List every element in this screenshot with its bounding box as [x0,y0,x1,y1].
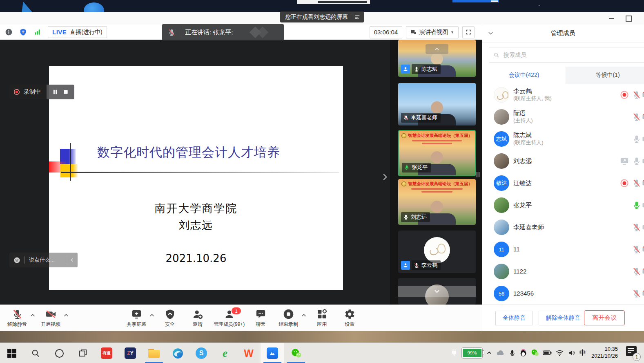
tab-waiting[interactable]: 等候中(1) [566,67,644,84]
tray-ime[interactable]: 中 [579,349,586,357]
tray-cloud[interactable] [496,349,505,356]
camera-muted-icon[interactable] [642,289,644,298]
member-row[interactable]: 11 11 [482,238,644,260]
mic-muted-icon[interactable] [632,267,641,276]
maximize-button[interactable] [622,12,635,25]
tray-volume[interactable] [568,349,576,356]
mic-active-icon[interactable] [632,201,641,210]
mute-all-button[interactable]: 全体静音 [495,311,533,325]
chevron-left-icon[interactable] [69,258,74,262]
toolbar-unmute[interactable]: 解除静音 [3,307,31,329]
list-menu-icon[interactable] [354,14,361,20]
member-row[interactable]: 56 123456 [482,282,644,305]
tab-in-meeting[interactable]: 会议中(422) [482,67,566,84]
video-thumbnail[interactable]: 李云鹤 [398,231,476,273]
view-mode-dropdown[interactable]: 演讲者视图 ▼ [406,26,459,38]
member-row[interactable]: 阮语(主持人) [482,106,644,128]
camera-muted-icon[interactable] [642,90,644,99]
taskbar-app-zy[interactable]: ZY [118,343,142,363]
toolbar-settings[interactable]: 设置 [336,307,363,329]
taskbar-app-wechat[interactable] [284,343,308,363]
taskbar-app-meeting[interactable] [261,343,284,363]
member-row[interactable]: 李延喜老师 [482,216,644,238]
chat-quick-input[interactable]: 说点什么... [9,253,78,267]
camera-muted-icon[interactable] [642,267,644,276]
tray-wifi[interactable] [555,350,564,356]
unmute-all-button[interactable]: 解除全体静音 [539,311,588,325]
taskbar-app-s-browser[interactable]: S [189,343,213,363]
member-row[interactable]: 张龙平 [482,194,644,216]
taskbar-app-youdao[interactable]: 有道 [95,343,118,363]
member-row[interactable]: 李云鹤(联席主持人, 我) [482,84,644,106]
video-thumbnail[interactable]: 智慧会计发展高端论坛（第五届） 刘志远 [398,179,476,225]
member-row[interactable]: 志斌 陈志斌(联席主持人) [482,128,644,150]
toolbar-start-video[interactable]: 开启视频 [37,307,65,329]
toolbar-share-screen[interactable]: 共享屏幕 [123,307,150,329]
video-thumbnail[interactable]: 智慧会计发展高端论坛（第五届） 张龙平 [398,130,476,176]
toolbar-stop-record[interactable]: 结束录制 [274,307,302,329]
tray-qq[interactable] [519,349,527,357]
filmstrip-resize-handle[interactable] [477,172,479,177]
chevron-up-icon[interactable] [29,312,36,318]
chevron-up-icon[interactable] [149,312,155,318]
tray-plug[interactable] [450,348,458,357]
camera-muted-icon[interactable] [642,179,644,188]
toolbar-chat[interactable]: 聊天 [247,307,274,329]
member-search[interactable] [489,47,644,63]
toolbar-security[interactable]: 安全 [156,307,184,329]
mic-muted-icon[interactable] [632,90,641,99]
taskbar-app-search[interactable] [24,343,47,363]
emoji-icon[interactable] [13,257,20,264]
mic-muted-icon[interactable] [632,245,641,254]
member-row[interactable]: 1122 [482,260,644,282]
taskbar-app-edge[interactable] [166,343,189,363]
camera-muted-icon[interactable] [642,245,644,254]
tray-mic[interactable] [509,349,516,357]
taskbar-app-wps[interactable]: W [237,343,261,363]
minimize-button[interactable] [605,12,617,25]
search-input[interactable] [503,51,644,58]
camera-on-icon[interactable] [642,223,644,232]
toolbar-apps[interactable]: 应用 [308,307,336,329]
member-row[interactable]: 敏达 汪敏达 [482,172,644,194]
mic-muted-icon[interactable] [632,112,641,121]
tray-chevron-up[interactable] [486,350,492,356]
camera-on-icon[interactable] [642,157,644,166]
tray-battery[interactable]: 99% [462,348,482,358]
close-button[interactable]: ✕ [640,12,644,25]
taskbar-app-cortana[interactable] [47,343,71,363]
member-row[interactable]: 刘志远 [482,150,644,172]
pause-recording-button[interactable] [52,89,58,95]
mic-muted-icon[interactable] [632,179,641,188]
notification-center[interactable]: 1 [624,345,641,361]
taskbar-app-explorer[interactable] [142,343,166,363]
camera-on-icon[interactable] [642,201,644,210]
taskbar-app-ie[interactable]: e [213,343,237,363]
video-thumbnail[interactable] [398,278,476,305]
chevron-up-icon[interactable] [301,312,307,318]
network-quality-icon[interactable] [33,28,41,36]
taskbar-app-start[interactable] [0,343,24,363]
mic-on-icon[interactable] [632,157,641,166]
mic-muted-icon[interactable] [632,223,641,232]
filmstrip-expand-button[interactable] [398,286,476,297]
mic-on-icon[interactable] [632,134,641,143]
leave-meeting-button[interactable]: 离开会议 [584,310,625,325]
taskbar-clock[interactable]: 10:35 2021/10/26 [591,346,618,360]
mic-muted-icon[interactable] [632,289,641,298]
info-icon[interactable] [5,28,13,36]
filmstrip-collapse-button[interactable] [426,44,448,54]
next-slide-chevron[interactable] [380,170,390,184]
security-shield-icon[interactable] [19,28,27,36]
camera-on-icon[interactable] [642,134,644,143]
tray-wechat-tray[interactable] [531,349,539,357]
chevron-up-icon[interactable] [63,312,69,318]
toolbar-invite[interactable]: 邀请 [184,307,212,329]
video-thumbnail[interactable]: 陈志斌 [398,40,476,77]
video-thumbnail[interactable]: 李延喜老师 [398,83,476,125]
toolbar-members[interactable]: 1管理成员(99+) [212,307,247,329]
stop-recording-button[interactable] [63,89,69,95]
taskbar-app-task-view[interactable] [71,343,95,363]
tray-power[interactable] [543,350,552,356]
camera-muted-icon[interactable] [642,112,644,121]
